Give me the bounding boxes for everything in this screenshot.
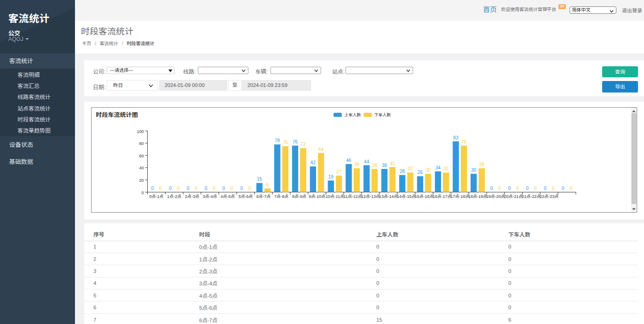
svg-text:38: 38	[382, 163, 387, 168]
svg-text:11点-12点: 11点-12点	[344, 194, 362, 199]
svg-text:0: 0	[490, 186, 493, 191]
svg-text:0: 0	[169, 186, 172, 191]
svg-text:下车人数: 下车人数	[374, 113, 391, 117]
svg-text:83: 83	[453, 135, 459, 140]
svg-text:39: 39	[354, 162, 360, 167]
svg-text:42: 42	[310, 160, 316, 165]
svg-text:60: 60	[139, 154, 144, 158]
svg-text:22点-23点: 22点-23点	[540, 194, 558, 199]
svg-text:6点-7点: 6点-7点	[256, 194, 270, 199]
svg-text:100: 100	[137, 129, 144, 134]
svg-text:8点-9点: 8点-9点	[292, 194, 306, 199]
svg-text:13点-14点: 13点-14点	[379, 194, 398, 199]
svg-text:38: 38	[372, 163, 378, 168]
svg-text:3点-4点: 3点-4点	[203, 194, 217, 199]
svg-text:0: 0	[526, 186, 529, 191]
svg-text:0: 0	[159, 186, 162, 191]
svg-text:16点-17点: 16点-17点	[432, 194, 451, 199]
svg-text:0: 0	[498, 186, 501, 191]
svg-text:15点-16点: 15点-16点	[415, 194, 434, 199]
svg-text:39: 39	[479, 162, 485, 167]
svg-text:32: 32	[408, 166, 413, 171]
svg-text:18点-19点: 18点-19点	[468, 194, 487, 199]
svg-text:10点-11点: 10点-11点	[326, 194, 344, 199]
svg-text:46: 46	[346, 158, 352, 163]
svg-text:0: 0	[151, 186, 154, 191]
svg-text:0: 0	[223, 186, 225, 191]
svg-text:14点-15点: 14点-15点	[397, 194, 416, 199]
svg-text:80: 80	[139, 141, 144, 146]
svg-text:1点-2点: 1点-2点	[167, 194, 181, 199]
svg-text:0: 0	[508, 186, 511, 191]
svg-text:32: 32	[443, 166, 449, 171]
svg-text:21点-22点: 21点-22点	[522, 194, 540, 199]
svg-text:27: 27	[336, 169, 342, 174]
svg-text:20点-21点: 20点-21点	[504, 194, 523, 199]
svg-text:15: 15	[257, 177, 262, 182]
svg-text:7点-8点: 7点-8点	[274, 194, 288, 199]
svg-text:上车人数: 上车人数	[345, 113, 361, 117]
svg-text:72: 72	[301, 142, 306, 147]
svg-text:19: 19	[328, 174, 334, 179]
svg-text:0: 0	[562, 186, 564, 191]
svg-text:19点-20点: 19点-20点	[486, 194, 505, 199]
svg-text:0: 0	[141, 191, 144, 195]
svg-text:20: 20	[139, 178, 144, 183]
svg-text:6: 6	[266, 182, 269, 187]
svg-text:0: 0	[230, 186, 233, 191]
svg-text:0: 0	[177, 186, 180, 191]
svg-text:76: 76	[461, 139, 467, 145]
svg-text:28: 28	[400, 169, 405, 174]
svg-text:4点-5点: 4点-5点	[221, 194, 235, 199]
svg-text:0: 0	[213, 186, 215, 191]
svg-text:5点-6点: 5点-6点	[238, 194, 253, 199]
svg-text:12点-13点: 12点-13点	[361, 194, 380, 199]
svg-text:0: 0	[534, 186, 537, 191]
svg-text:0: 0	[544, 186, 546, 191]
svg-text:17点-18点: 17点-18点	[450, 194, 469, 199]
svg-text:0: 0	[552, 186, 555, 191]
svg-text:30: 30	[471, 168, 477, 173]
svg-text:76: 76	[293, 139, 298, 145]
svg-text:0: 0	[516, 186, 519, 191]
svg-text:9点-10点: 9点-10点	[309, 194, 325, 199]
svg-text:44: 44	[364, 159, 369, 164]
svg-text:0: 0	[205, 186, 207, 191]
svg-text:40: 40	[139, 166, 144, 170]
svg-text:时段车流统计图: 时段车流统计图	[96, 111, 138, 118]
svg-text:34: 34	[436, 165, 441, 170]
svg-text:75: 75	[283, 140, 288, 145]
svg-text:41: 41	[390, 161, 396, 166]
svg-text:0: 0	[248, 186, 251, 191]
svg-text:30: 30	[426, 168, 431, 173]
svg-text:0: 0	[240, 186, 243, 191]
svg-text:0: 0	[187, 186, 190, 191]
svg-text:0: 0	[195, 186, 198, 191]
svg-text:0点-1点: 0点-1点	[149, 194, 163, 199]
svg-text:2点-3点: 2点-3点	[185, 194, 199, 199]
svg-text:78: 78	[275, 138, 280, 143]
svg-text:0: 0	[570, 186, 573, 191]
svg-text:26: 26	[418, 170, 423, 175]
svg-text:64: 64	[318, 147, 324, 152]
